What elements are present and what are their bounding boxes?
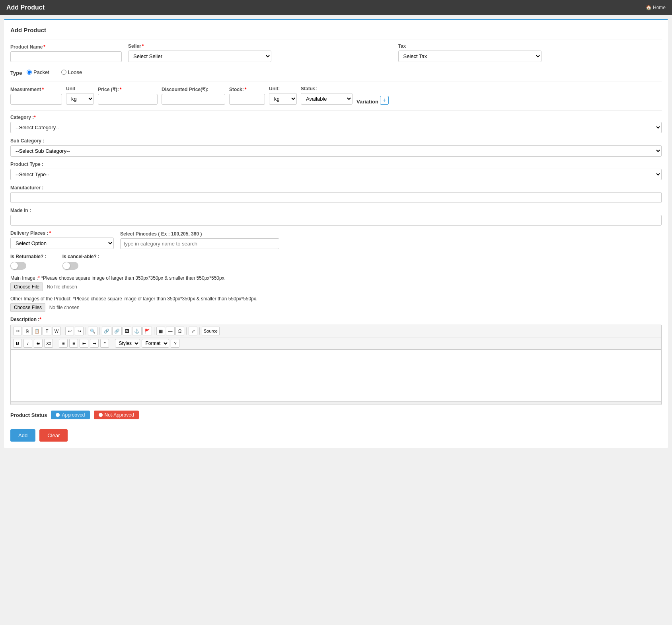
manufacturer-label: Manufacturer :	[10, 185, 662, 191]
made-in-input[interactable]	[10, 215, 662, 226]
sub-category-select[interactable]: --Select Sub Category--	[10, 145, 662, 157]
stock-label: Stock:*	[229, 87, 265, 92]
outdent-button[interactable]: ⇤	[80, 339, 88, 348]
description-label: Description :*	[10, 317, 662, 322]
italic-button[interactable]: I	[23, 339, 32, 348]
category-row: Category :* --Select Category--	[10, 115, 662, 133]
product-type-row: Product Type : --Select Type--	[10, 162, 662, 180]
toolbar-divider-8	[112, 340, 112, 347]
pincodes-input[interactable]	[120, 238, 279, 249]
clear-button[interactable]: Clear	[39, 429, 68, 442]
undo-button[interactable]: ↩	[65, 327, 74, 335]
type-loose-radio[interactable]: Loose	[61, 69, 82, 75]
add-variation-button[interactable]: +	[380, 96, 389, 105]
pincodes-label: Select Pincodes ( Ex : 100,205, 360 )	[120, 231, 662, 237]
strikethrough-button[interactable]: S	[34, 339, 43, 348]
indent-button[interactable]: ⇥	[90, 339, 99, 348]
copy-button[interactable]: ⎘	[23, 327, 31, 335]
product-name-group: Product Name*	[10, 44, 122, 62]
image-button[interactable]: 🖼	[123, 327, 131, 335]
returnable-toggle[interactable]	[10, 262, 26, 270]
anchor-button[interactable]: ⚓	[132, 327, 142, 335]
not-approved-dot	[99, 413, 103, 417]
find-button[interactable]: 🔍	[88, 327, 97, 335]
bold-button[interactable]: B	[13, 339, 22, 348]
paste-word-button[interactable]: W	[52, 327, 61, 335]
redo-button[interactable]: ↪	[75, 327, 84, 335]
unit-select[interactable]: kg g l ml pcs	[66, 93, 94, 105]
approved-badge[interactable]: Approoved	[51, 411, 90, 419]
editor-body[interactable]	[11, 350, 661, 401]
toggle-row: Is Returnable? : Is cancel-able? :	[10, 254, 662, 270]
discounted-price-label: Discounted Price(₹):	[162, 87, 225, 92]
variation-add-group: Variation +	[356, 96, 389, 105]
price-input[interactable]	[98, 94, 158, 105]
cut-button[interactable]: ✂	[13, 327, 22, 335]
product-name-input[interactable]	[10, 51, 122, 62]
stock-input[interactable]	[229, 94, 265, 105]
unit-group: Unit kg g l ml pcs	[66, 86, 94, 105]
approved-label: Approoved	[62, 412, 85, 418]
seller-label: Seller*	[128, 43, 392, 49]
editor-resize-handle[interactable]	[11, 401, 661, 405]
blockquote-button[interactable]: ❝	[100, 339, 109, 348]
toolbar-divider-7	[56, 340, 56, 347]
status-select[interactable]: Available Out of Stock	[301, 93, 353, 105]
delivery-places-select[interactable]: Select Option	[10, 238, 114, 249]
measurement-input[interactable]	[10, 94, 62, 105]
other-images-no-file: No file chosen	[49, 305, 80, 310]
type-label: Type	[10, 70, 22, 76]
maximize-button[interactable]: ⤢	[189, 327, 197, 335]
paste-button[interactable]: 📋	[32, 327, 42, 335]
product-status-label: Product Status	[10, 412, 47, 418]
bullet-list-button[interactable]: ≡	[69, 339, 78, 348]
omega-button[interactable]: Ω	[175, 327, 184, 335]
stock-unit-label: Unit:	[269, 86, 297, 92]
top-bar-home: 🏠 Home	[646, 5, 666, 10]
tax-select[interactable]: Select Tax	[398, 51, 541, 62]
category-select[interactable]: --Select Category--	[10, 122, 662, 133]
table-button[interactable]: ▦	[156, 327, 165, 335]
paste-text-button[interactable]: T	[43, 327, 51, 335]
unlink-button[interactable]: 🔗	[102, 327, 111, 335]
manufacturer-input[interactable]	[10, 192, 662, 203]
discounted-price-input[interactable]	[162, 94, 225, 105]
help-button[interactable]: ?	[171, 339, 179, 348]
flag-button[interactable]: 🚩	[142, 327, 152, 335]
seller-select[interactable]: Select Seller	[128, 51, 271, 62]
choose-main-image-button[interactable]: Choose File	[10, 282, 43, 291]
product-status-row: Product Status Approoved Not-Approved	[10, 411, 662, 419]
not-approved-badge[interactable]: Not-Approved	[94, 411, 139, 419]
toolbar-divider-5	[186, 327, 187, 335]
add-button[interactable]: Add	[10, 429, 35, 442]
source-button[interactable]: Source	[202, 327, 220, 335]
format-select[interactable]: Format	[142, 339, 169, 348]
returnable-label: Is Returnable? :	[10, 254, 47, 259]
type-loose-input[interactable]	[61, 70, 66, 75]
numbered-list-button[interactable]: ≡	[59, 339, 68, 348]
tax-group: Tax Select Tax	[398, 43, 662, 62]
stock-unit-select[interactable]: kg g l ml pcs	[269, 93, 297, 105]
product-type-label: Product Type :	[10, 162, 662, 167]
editor-toolbar-top: ✂ ⎘ 📋 T W ↩ ↪ 🔍 🔗 🔗 🖼 ⚓ 🚩 ▦ — Ω	[11, 325, 661, 337]
styles-select[interactable]: Styles	[115, 339, 140, 348]
toolbar-divider-3	[99, 327, 100, 335]
link-button[interactable]: 🔗	[112, 327, 122, 335]
made-in-row: Made In :	[10, 208, 662, 226]
cancelable-toggle[interactable]	[62, 262, 78, 270]
product-type-select[interactable]: --Select Type--	[10, 169, 662, 180]
product-name-label: Product Name*	[10, 44, 122, 50]
main-image-section: Main Image :* *Please choose square imag…	[10, 275, 662, 291]
main-image-info: Main Image :* *Please choose square imag…	[10, 275, 662, 281]
hr-button[interactable]: —	[166, 327, 175, 335]
choose-other-images-button[interactable]: Choose Files	[10, 303, 45, 312]
variation-row: Measurement* Unit kg g l ml pcs Price (₹…	[10, 86, 662, 105]
measurement-group: Measurement*	[10, 87, 62, 105]
subscript-button[interactable]: X2	[44, 339, 53, 348]
status-group: Status: Available Out of Stock	[301, 86, 353, 105]
type-packet-input[interactable]	[27, 70, 32, 75]
type-packet-radio[interactable]: Packet	[27, 69, 49, 75]
page-title: Add Product	[10, 27, 662, 33]
sub-category-label: Sub Category :	[10, 138, 662, 144]
status-label: Status:	[301, 86, 353, 92]
